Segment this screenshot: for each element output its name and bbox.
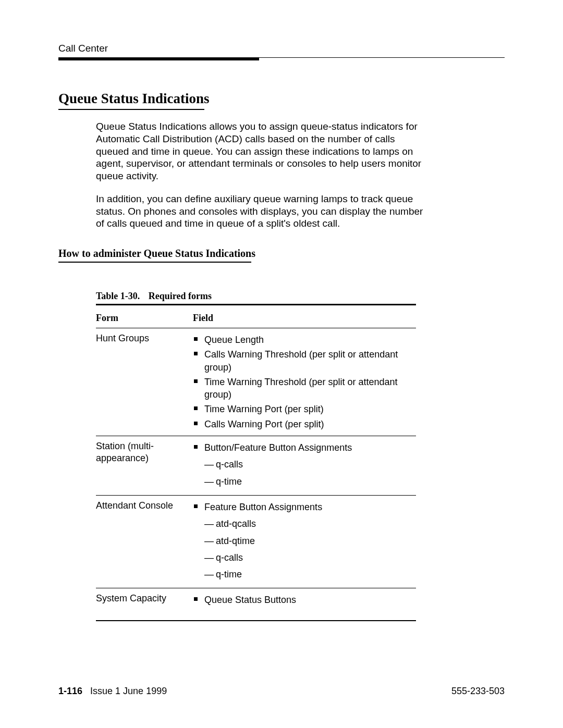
field-text: Time Warning Threshold (per split or att… bbox=[204, 377, 398, 400]
field-subitem: q-calls bbox=[204, 549, 412, 566]
field-item: Feature Button Assignmentsatd-qcallsatd-… bbox=[193, 500, 412, 584]
running-head: Call Center bbox=[58, 43, 505, 54]
field-text: Button/Feature Button Assignments bbox=[204, 442, 352, 453]
page-number: 1-116 bbox=[58, 686, 82, 696]
required-forms-table: Form Field Hunt GroupsQueue LengthCalls … bbox=[96, 304, 416, 621]
field-sublist: q-callsq-time bbox=[204, 456, 412, 490]
field-cell: Feature Button Assignmentsatd-qcallsatd-… bbox=[193, 495, 416, 588]
table-block: Table 1-30. Required forms Form Field Hu… bbox=[96, 291, 416, 621]
field-text: Queue Length bbox=[204, 335, 264, 345]
field-text: Feature Button Assignments bbox=[204, 502, 322, 512]
intro-paragraph-1: Queue Status Indications allows you to a… bbox=[96, 120, 424, 182]
field-list: Queue LengthCalls Warning Threshold (per… bbox=[193, 332, 412, 431]
table-number: Table 1-30. bbox=[96, 291, 140, 301]
table-row: Station (multi-appearance)Button/Feature… bbox=[96, 436, 416, 496]
doc-number: 555-233-503 bbox=[451, 686, 505, 697]
col-header-form: Form bbox=[96, 305, 193, 328]
field-item: Queue Status Buttons bbox=[193, 593, 412, 607]
header-rule-thick bbox=[58, 58, 259, 60]
field-list: Button/Feature Button Assignmentsq-calls… bbox=[193, 440, 412, 491]
document-page: Call Center Queue Status Indications Que… bbox=[0, 0, 563, 728]
form-cell: Station (multi-appearance) bbox=[96, 436, 193, 496]
field-item: Queue Length bbox=[193, 332, 412, 347]
field-subitem: q-time bbox=[204, 473, 412, 490]
field-subitem: atd-qcalls bbox=[204, 515, 412, 532]
form-cell: Attendant Console bbox=[96, 495, 193, 588]
field-list: Queue Status Buttons bbox=[193, 593, 412, 607]
table-row: Hunt GroupsQueue LengthCalls Warning Thr… bbox=[96, 328, 416, 436]
field-text: Queue Status Buttons bbox=[204, 595, 296, 605]
col-header-field: Field bbox=[193, 305, 416, 328]
field-cell: Queue Status Buttons bbox=[193, 588, 416, 621]
field-text: Calls Warning Port (per split) bbox=[204, 419, 324, 429]
table-row: Attendant ConsoleFeature Button Assignme… bbox=[96, 495, 416, 588]
form-cell: System Capacity bbox=[96, 588, 193, 621]
field-cell: Queue LengthCalls Warning Threshold (per… bbox=[193, 328, 416, 436]
section-title: Queue Status Indications bbox=[58, 91, 505, 107]
intro-paragraph-2: In addition, you can define auxiliary qu… bbox=[96, 193, 424, 230]
field-text: Time Warning Port (per split) bbox=[204, 404, 324, 414]
form-cell: Hunt Groups bbox=[96, 328, 193, 436]
subsection-title: How to administer Queue Status Indicatio… bbox=[58, 248, 505, 260]
field-item: Time Warning Threshold (per split or att… bbox=[193, 375, 412, 402]
field-subitem: q-calls bbox=[204, 456, 412, 473]
field-item: Calls Warning Port (per split) bbox=[193, 417, 412, 431]
section-title-rule bbox=[58, 109, 204, 110]
field-list: Feature Button Assignmentsatd-qcallsatd-… bbox=[193, 500, 412, 584]
field-item: Time Warning Port (per split) bbox=[193, 402, 412, 416]
field-sublist: atd-qcallsatd-qtimeq-callsq-time bbox=[204, 515, 412, 583]
field-item: Calls Warning Threshold (per split or at… bbox=[193, 347, 412, 375]
subsection-title-rule bbox=[58, 262, 251, 263]
issue-date: Issue 1 June 1999 bbox=[90, 686, 167, 696]
field-text: Calls Warning Threshold (per split or at… bbox=[204, 349, 398, 372]
table-row: System CapacityQueue Status Buttons bbox=[96, 588, 416, 621]
page-footer: 1-116 Issue 1 June 1999 555-233-503 bbox=[58, 686, 505, 697]
field-item: Button/Feature Button Assignmentsq-calls… bbox=[193, 440, 412, 491]
field-subitem: atd-qtime bbox=[204, 533, 412, 549]
footer-left: 1-116 Issue 1 June 1999 bbox=[58, 686, 167, 697]
field-cell: Button/Feature Button Assignmentsq-calls… bbox=[193, 436, 416, 496]
table-title: Required forms bbox=[149, 291, 212, 301]
table-caption: Table 1-30. Required forms bbox=[96, 291, 416, 302]
field-subitem: q-time bbox=[204, 566, 412, 583]
